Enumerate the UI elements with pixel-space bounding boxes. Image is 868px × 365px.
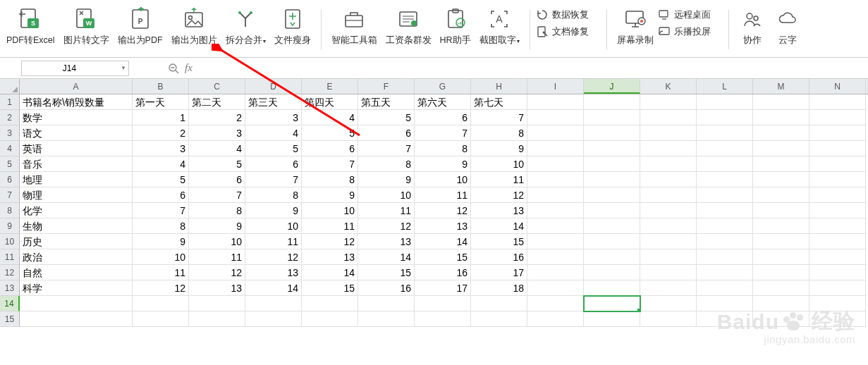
cell-J8[interactable] xyxy=(584,203,640,218)
cell-F13[interactable]: 16 xyxy=(358,280,415,296)
cell-I5[interactable] xyxy=(527,156,584,172)
cell-F11[interactable]: 14 xyxy=(358,249,415,265)
row-header-3[interactable]: 3 xyxy=(0,125,20,141)
cell-C1[interactable]: 第二天 xyxy=(189,94,245,110)
cell-N8[interactable] xyxy=(809,203,866,218)
cell-K11[interactable] xyxy=(640,249,697,265)
cell-L15[interactable] xyxy=(697,311,753,327)
cell-G11[interactable]: 15 xyxy=(415,249,471,265)
cell-K9[interactable] xyxy=(640,218,697,234)
cell-I8[interactable] xyxy=(527,203,584,218)
cell-L9[interactable] xyxy=(697,218,753,234)
cell-D15[interactable] xyxy=(245,311,302,327)
cell-G3[interactable]: 7 xyxy=(415,125,471,141)
cell-G10[interactable]: 14 xyxy=(415,234,471,249)
cell-L1[interactable] xyxy=(697,94,753,110)
cell-A13[interactable]: 科学 xyxy=(20,280,133,296)
cell-C15[interactable] xyxy=(189,311,245,327)
cell-B5[interactable]: 4 xyxy=(133,156,189,172)
cell-D13[interactable]: 14 xyxy=(245,280,302,296)
cell-B14[interactable] xyxy=(133,296,189,311)
cell-N11[interactable] xyxy=(809,249,866,265)
col-header-H[interactable]: H xyxy=(471,79,527,94)
cell-I9[interactable] xyxy=(527,218,584,234)
cell-A11[interactable]: 政治 xyxy=(20,249,133,265)
cell-G14[interactable] xyxy=(415,296,471,311)
cell-D2[interactable]: 3 xyxy=(245,110,302,125)
cell-C10[interactable]: 10 xyxy=(189,234,245,249)
cell-G5[interactable]: 9 xyxy=(415,156,471,172)
cell-A1[interactable]: 书籍名称\销毁数量 xyxy=(20,94,133,110)
col-header-L[interactable]: L xyxy=(697,79,753,94)
cell-K15[interactable] xyxy=(640,311,697,327)
col-header-E[interactable]: E xyxy=(302,79,358,94)
col-header-G[interactable]: G xyxy=(415,79,471,94)
col-header-M[interactable]: M xyxy=(753,79,809,94)
cell-F10[interactable]: 13 xyxy=(358,234,415,249)
cell-B9[interactable]: 8 xyxy=(133,218,189,234)
cell-C8[interactable]: 8 xyxy=(189,203,245,218)
cell-E4[interactable]: 6 xyxy=(302,141,358,156)
cell-E1[interactable]: 第四天 xyxy=(302,94,358,110)
cell-N14[interactable] xyxy=(809,296,866,311)
cell-M14[interactable] xyxy=(753,296,809,311)
zoom-out-icon[interactable] xyxy=(168,63,179,74)
cell-D12[interactable]: 13 xyxy=(245,265,302,280)
cell-L3[interactable] xyxy=(697,125,753,141)
cell-I1[interactable] xyxy=(527,94,584,110)
tool-payroll-send[interactable]: 工资条群发 xyxy=(381,6,436,47)
cell-D5[interactable]: 6 xyxy=(245,156,302,172)
cell-N1[interactable] xyxy=(809,94,866,110)
cell-N3[interactable] xyxy=(809,125,866,141)
cell-K6[interactable] xyxy=(640,172,697,187)
cell-M9[interactable] xyxy=(753,218,809,234)
col-header-I[interactable]: I xyxy=(527,79,584,94)
cell-C6[interactable]: 6 xyxy=(189,172,245,187)
row-header-14[interactable]: 14 xyxy=(0,296,20,311)
cell-A9[interactable]: 生物 xyxy=(20,218,133,234)
cell-F15[interactable] xyxy=(358,311,415,327)
cell-D1[interactable]: 第三天 xyxy=(245,94,302,110)
cell-H11[interactable]: 16 xyxy=(471,249,527,265)
cell-L4[interactable] xyxy=(697,141,753,156)
cell-G12[interactable]: 16 xyxy=(415,265,471,280)
cell-A15[interactable] xyxy=(20,311,133,327)
cell-B11[interactable]: 10 xyxy=(133,249,189,265)
cell-G15[interactable] xyxy=(415,311,471,327)
cell-L5[interactable] xyxy=(697,156,753,172)
cell-N13[interactable] xyxy=(809,280,866,296)
tool-screen-record[interactable]: 屏幕录制 xyxy=(613,6,658,47)
cell-I4[interactable] xyxy=(527,141,584,156)
tool-split-merge[interactable]: 拆分合并▾ xyxy=(221,6,270,47)
cell-J11[interactable] xyxy=(584,249,640,265)
cell-E2[interactable]: 4 xyxy=(302,110,358,125)
cell-N9[interactable] xyxy=(809,218,866,234)
cell-G9[interactable]: 13 xyxy=(415,218,471,234)
chevron-down-icon[interactable]: ▼ xyxy=(121,65,126,71)
cell-M13[interactable] xyxy=(753,280,809,296)
cell-G13[interactable]: 17 xyxy=(415,280,471,296)
cell-E15[interactable] xyxy=(302,311,358,327)
tool-data-recover[interactable]: 数据恢复 xyxy=(536,8,601,21)
cell-B12[interactable]: 11 xyxy=(133,265,189,280)
cell-C2[interactable]: 2 xyxy=(189,110,245,125)
cell-L8[interactable] xyxy=(697,203,753,218)
cell-F4[interactable]: 7 xyxy=(358,141,415,156)
cell-D6[interactable]: 7 xyxy=(245,172,302,187)
row-header-5[interactable]: 5 xyxy=(0,156,20,172)
row-header-15[interactable]: 15 xyxy=(0,311,20,327)
cell-H5[interactable]: 10 xyxy=(471,156,527,172)
cell-D10[interactable]: 11 xyxy=(245,234,302,249)
cell-J12[interactable] xyxy=(584,265,640,280)
cell-I13[interactable] xyxy=(527,280,584,296)
cell-B15[interactable] xyxy=(133,311,189,327)
cell-K8[interactable] xyxy=(640,203,697,218)
cell-H12[interactable]: 17 xyxy=(471,265,527,280)
cell-K10[interactable] xyxy=(640,234,697,249)
tool-file-slim[interactable]: 文件瘦身 xyxy=(270,6,315,47)
row-header-7[interactable]: 7 xyxy=(0,187,20,203)
cell-N5[interactable] xyxy=(809,156,866,172)
cell-E11[interactable]: 13 xyxy=(302,249,358,265)
select-all-corner[interactable] xyxy=(0,79,20,94)
cell-K12[interactable] xyxy=(640,265,697,280)
